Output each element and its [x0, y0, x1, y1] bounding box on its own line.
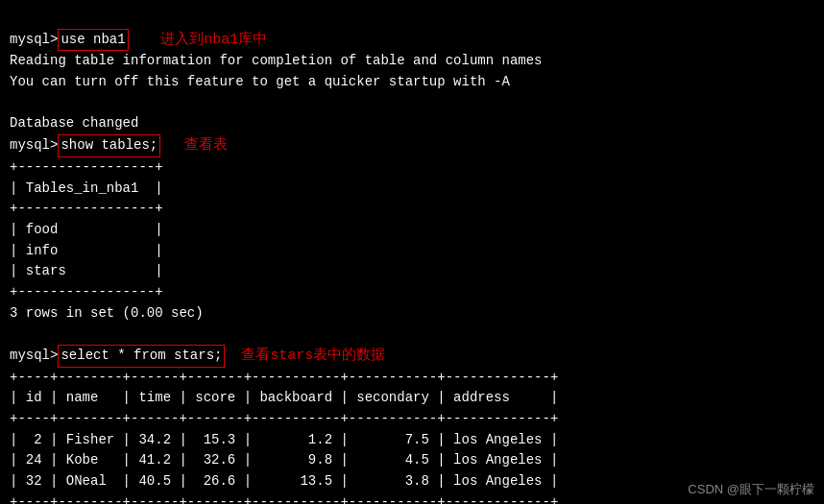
- table2-border-top: +----+--------+------+-------+----------…: [10, 370, 558, 385]
- line6: mysql>show tables; 查看表: [10, 137, 228, 153]
- line4: [10, 95, 17, 110]
- table1-border-top: +-----------------+: [10, 159, 163, 175]
- table2-header: | id | name | time | score | backboard |…: [10, 390, 558, 405]
- annotation-1: 进入到nba1库中: [160, 32, 267, 48]
- table1-row3: | stars |: [10, 263, 163, 278]
- table2-row3: | 32 | ONeal | 40.5 | 26.6 | 13.5 | 3.8 …: [10, 473, 558, 489]
- watermark: CSDN @眼下一颗柠檬: [688, 481, 814, 498]
- line1: mysql>use nba1 进入到nba1库中: [10, 32, 267, 47]
- annotation-2: 查看表: [184, 137, 228, 154]
- prompt-1: mysql>: [10, 32, 58, 47]
- line2: Reading table information for completion…: [10, 53, 543, 68]
- cmd-show-tables: show tables;: [58, 134, 160, 157]
- table1-sep: +-----------------+: [10, 201, 163, 216]
- prompt-2: mysql>: [10, 137, 58, 153]
- table2-row2: | 24 | Kobe | 41.2 | 32.6 | 9.8 | 4.5 | …: [10, 452, 558, 468]
- line3: You can turn off this feature to get a q…: [10, 74, 510, 89]
- line5: Database changed: [10, 115, 138, 131]
- table1-row1: | food |: [10, 222, 163, 237]
- blank-line: [10, 325, 17, 341]
- annotation-3: 查看stars表中的数据: [241, 348, 385, 364]
- table1-row2: | info |: [10, 243, 163, 258]
- table1-rows-info: 3 rows in set (0.00 sec): [10, 305, 204, 321]
- table1-border-bot: +-----------------+: [10, 284, 163, 300]
- prompt-3: mysql>: [10, 348, 58, 363]
- cmd-select-stars: select * from stars;: [58, 345, 225, 368]
- terminal-window: mysql>use nba1 进入到nba1库中 Reading table i…: [0, 0, 824, 504]
- line7: mysql>select * from stars; 查看stars表中的数据: [10, 348, 385, 363]
- table1-header: | Tables_in_nba1 |: [10, 180, 163, 196]
- table2-border-bot: +----+--------+------+-------+----------…: [10, 494, 558, 504]
- table2-sep: +----+--------+------+-------+----------…: [10, 411, 558, 426]
- cmd-use-nba1: use nba1: [58, 29, 128, 52]
- table2-row1: | 2 | Fisher | 34.2 | 15.3 | 1.2 | 7.5 |…: [10, 432, 558, 447]
